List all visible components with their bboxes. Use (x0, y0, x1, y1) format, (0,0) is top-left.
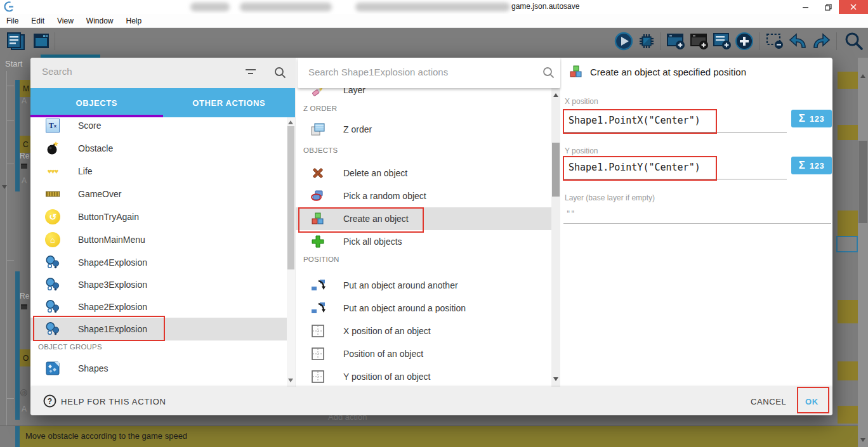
object-search-input[interactable] (41, 65, 231, 77)
tab-other-actions[interactable]: OTHER ACTIONS (163, 88, 296, 117)
menu-view[interactable]: View (51, 14, 80, 28)
x-position-label: X position (565, 97, 598, 106)
section-z-order: Z ORDER (303, 105, 337, 112)
title-bar: game.json.autosave (0, 0, 868, 14)
object-item-shape1explosion-selected[interactable]: Shape1Explosion (30, 318, 287, 340)
help-icon[interactable]: ? (43, 394, 56, 410)
blurred-title-segment (190, 3, 230, 11)
project-manager-icon[interactable] (5, 30, 27, 55)
window-title: game.json.autosave (511, 2, 579, 11)
action-title: Create an object at specified position (590, 67, 746, 77)
x-expression-button[interactable]: Σ 123 (791, 110, 832, 127)
action-item-create-object-selected[interactable]: Create an object (296, 207, 551, 230)
action-item-position[interactable]: Position of an object (296, 342, 562, 365)
group-item-shapes[interactable]: Shapes (30, 357, 295, 380)
magnifier-icon[interactable] (274, 67, 286, 81)
menu-file[interactable]: File (0, 14, 25, 28)
restore-button[interactable] (817, 0, 839, 14)
action-item-pick-random-object[interactable]: Pick a random object (296, 185, 562, 207)
comment-event-row[interactable]: Move obstacle according to the game spee… (20, 426, 858, 447)
object-group-icon (42, 361, 63, 375)
action-item-z-order[interactable]: Z order (296, 118, 562, 141)
y-expression-button[interactable]: Σ 123 (791, 157, 832, 174)
layer-label: Layer (base layer if empty) (565, 193, 655, 202)
explosion-particles-icon (42, 299, 63, 314)
scene-editor-icon[interactable] (30, 30, 52, 55)
object-item-shape2explosion[interactable]: Shape2Explosion (30, 295, 295, 318)
toolbar (0, 28, 868, 55)
position-grid-icon (307, 324, 329, 338)
search-icon[interactable] (844, 31, 864, 54)
remove-event-icon[interactable] (765, 32, 785, 53)
put-around-icon (307, 301, 329, 315)
action-item-x-position[interactable]: X position of an object (296, 320, 562, 342)
action-search-input[interactable] (307, 66, 516, 78)
action-item-put-around-position[interactable]: Put an object around a position (296, 297, 562, 320)
explosion-particles-icon (42, 277, 63, 292)
object-selector-panel: OBJECTS OTHER ACTIONS Tx Score Obstacle … (30, 58, 295, 387)
menu-help[interactable]: Help (120, 14, 148, 28)
position-grid-icon (307, 347, 329, 361)
action-item-pick-all-objects[interactable]: Pick all objects (296, 230, 562, 253)
scene-tab-label[interactable]: Start Page (5, 59, 33, 69)
help-link[interactable]: HELP FOR THIS ACTION (61, 396, 166, 406)
filter-icon[interactable] (245, 68, 256, 79)
ok-button[interactable]: OK (805, 396, 819, 406)
undo-icon[interactable] (788, 32, 808, 53)
object-item-score[interactable]: Tx Score (30, 114, 295, 137)
event-comment-block (838, 300, 858, 323)
object-item-obstacle[interactable]: Obstacle (30, 137, 295, 160)
blurred-title-segment (355, 3, 510, 11)
dialog-footer: ? HELP FOR THIS ACTION CANCEL OK (30, 387, 832, 415)
events-vertical-scrollbar[interactable] (858, 58, 868, 447)
action-item-delete-object[interactable]: Delete an object (296, 162, 562, 185)
event-comment-block (838, 361, 858, 380)
magnifier-icon[interactable] (542, 67, 555, 81)
add-comment-icon[interactable] (689, 32, 709, 53)
y-position-input[interactable] (567, 161, 713, 174)
action-list-scrollbar[interactable] (551, 88, 560, 387)
action-item-put-around-another[interactable]: Put an object around another (296, 274, 562, 297)
menu-bar: File Edit View Window Help (0, 14, 868, 28)
menu-edit[interactable]: Edit (25, 14, 51, 28)
play-icon[interactable] (614, 32, 633, 53)
object-item-gameover[interactable]: GameOver (30, 183, 295, 205)
object-item-life[interactable]: ♥♥♥ Life (30, 160, 295, 183)
cancel-button[interactable]: CANCEL (751, 396, 786, 406)
object-item-buttontryagain[interactable]: ↺ ButtonTryAgain (30, 205, 295, 228)
menu-window[interactable]: Window (80, 14, 120, 28)
event-indent-bar (15, 271, 20, 420)
app-window: game.json.autosave File Edit View Window… (0, 0, 868, 447)
object-groups-header: OBJECT GROUPS (38, 343, 102, 351)
add-subevent-icon[interactable] (712, 32, 732, 53)
explosion-particles-icon (42, 321, 63, 337)
x-position-input[interactable] (567, 114, 713, 127)
toolbar-divider (760, 32, 760, 50)
selected-field-outline (836, 236, 858, 252)
behavior-icon (21, 164, 27, 169)
add-new-icon[interactable] (735, 32, 754, 53)
toolbar-divider (661, 32, 661, 50)
close-button[interactable] (839, 0, 868, 14)
gameover-banner-icon (42, 191, 63, 197)
layer-input[interactable] (565, 209, 755, 219)
sigma-icon: Σ (799, 159, 805, 172)
add-event-icon[interactable] (666, 32, 686, 53)
gdevelop-logo (4, 1, 15, 15)
object-list-scrollbar[interactable] (287, 117, 295, 387)
object-item-shape4explosion[interactable]: Shape4Explosion (30, 251, 295, 274)
object-item-buttonmainmenu[interactable]: ⌂ ButtonMainMenu (30, 228, 295, 251)
action-item-y-position[interactable]: Y position of an object (296, 365, 562, 387)
action-selector-panel: Layer Z ORDER Z order OBJECTS D (295, 58, 562, 387)
explosion-particles-icon (42, 255, 63, 270)
minimize-button[interactable] (794, 0, 817, 14)
create-object-cubes-icon (569, 65, 583, 81)
tab-objects[interactable]: OBJECTS (30, 88, 163, 117)
debug-icon[interactable] (637, 32, 656, 53)
object-item-shape3explosion[interactable]: Shape3Explosion (30, 273, 295, 296)
event-comment-block (838, 406, 858, 424)
create-object-cubes-icon (307, 212, 329, 226)
redo-icon[interactable] (811, 32, 831, 53)
svg-text:?: ? (48, 397, 52, 406)
event-comment-block (838, 211, 858, 238)
